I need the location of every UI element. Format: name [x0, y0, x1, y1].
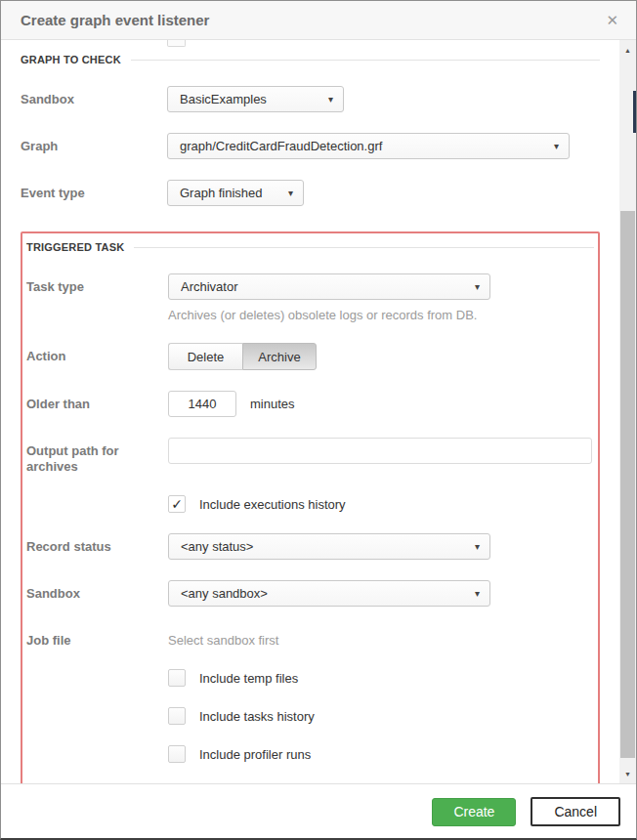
dialog-body: GRAPH TO CHECK Sandbox BasicExamples ▾ G…: [1, 40, 636, 783]
scroll-down-icon[interactable]: ▼: [619, 766, 636, 781]
sandbox-select-value: BasicExamples: [180, 92, 320, 106]
dialog-footer: Create Cancel: [1, 783, 636, 839]
event-type-select-value: Graph finished: [180, 186, 280, 200]
checkbox-row: ✓ Include profiler runs: [168, 745, 311, 763]
include-temp-files-checkbox[interactable]: ✓: [168, 669, 186, 687]
graph-label: Graph: [21, 133, 167, 154]
record-status-select-value: <any status>: [181, 539, 467, 554]
include-profiler-runs-label: Include profiler runs: [199, 747, 311, 762]
checkbox-row: ✓ Include temp files: [168, 669, 298, 687]
section-rule: [131, 60, 600, 61]
include-tasks-history-checkbox[interactable]: ✓: [168, 707, 186, 725]
section-triggered-task: TRIGGERED TASK: [26, 241, 594, 253]
field-row-include-profiler-runs: ✓ Include profiler runs: [26, 745, 594, 763]
event-type-select[interactable]: Graph finished ▾: [167, 180, 304, 206]
field-row-record-status: Record status <any status> ▾: [26, 533, 594, 560]
cancel-button[interactable]: Cancel: [531, 797, 620, 826]
older-than-suffix: minutes: [236, 391, 295, 411]
field-row-job-file: Job file Select sandbox first: [26, 627, 594, 649]
field-row-graph: Graph graph/CreditCardFraudDetection.grf…: [21, 133, 600, 159]
scroll-up-icon[interactable]: ▲: [619, 42, 636, 58]
older-than-input[interactable]: [168, 391, 236, 417]
action-segmented-control: Delete Archive: [168, 343, 317, 370]
include-executions-label: Include executions history: [199, 497, 346, 512]
record-status-select[interactable]: <any status> ▾: [168, 533, 490, 560]
task-type-label: Task type: [26, 273, 168, 295]
sandbox-label: Sandbox: [21, 86, 167, 107]
action-label: Action: [26, 343, 168, 364]
dialog-content: GRAPH TO CHECK Sandbox BasicExamples ▾ G…: [1, 40, 619, 783]
output-path-label: Output path for archives: [26, 438, 168, 475]
task-type-select[interactable]: Archivator ▾: [168, 273, 490, 300]
field-row-include-temp-files: ✓ Include temp files: [26, 669, 594, 687]
checkbox-row: ✓ Include tasks history: [168, 707, 315, 725]
output-path-input[interactable]: [168, 438, 592, 464]
task-sandbox-label: Sandbox: [26, 580, 168, 602]
dialog-titlebar: Create graph event listener ✕: [1, 1, 636, 40]
task-type-hint: Archives (or deletes) obsolete logs or r…: [168, 308, 594, 322]
include-executions-checkbox-row: ✓ Include executions history: [168, 495, 346, 513]
field-row-action: Action Delete Archive: [26, 343, 594, 370]
section-graph-to-check: GRAPH TO CHECK: [21, 54, 600, 65]
field-row-task-sandbox: Sandbox <any sandbox> ▾: [26, 580, 594, 607]
include-tasks-history-label: Include tasks history: [199, 709, 315, 724]
include-temp-files-label: Include temp files: [199, 671, 298, 686]
field-row-include-executions: ✓ Include executions history: [26, 495, 594, 513]
create-button[interactable]: Create: [432, 798, 516, 826]
create-graph-event-listener-dialog: Create graph event listener ✕ GRAPH TO C…: [0, 0, 637, 840]
job-file-label: Job file: [26, 627, 168, 649]
chevron-down-icon: ▾: [475, 281, 480, 292]
close-icon[interactable]: ✕: [606, 13, 618, 27]
background-page-artifact: [633, 91, 636, 133]
dialog-title: Create graph event listener: [21, 12, 606, 28]
job-file-placeholder: Select sandbox first: [168, 627, 278, 648]
section-heading: TRIGGERED TASK: [26, 241, 124, 253]
action-delete-button[interactable]: Delete: [168, 343, 242, 370]
field-row-include-tasks-history: ✓ Include tasks history: [26, 707, 594, 725]
include-executions-checkbox[interactable]: ✓: [168, 495, 186, 513]
chevron-down-icon: ▾: [554, 141, 559, 151]
sandbox-select[interactable]: BasicExamples ▾: [167, 86, 344, 112]
chevron-down-icon: ▾: [475, 541, 480, 552]
task-sandbox-select-value: <any sandbox>: [181, 586, 467, 601]
event-type-label: Event type: [21, 180, 167, 201]
section-heading: GRAPH TO CHECK: [21, 54, 121, 65]
field-row-sandbox: Sandbox BasicExamples ▾: [21, 86, 600, 112]
record-status-label: Record status: [26, 533, 168, 555]
clipped-checkbox[interactable]: [167, 40, 186, 47]
graph-select[interactable]: graph/CreditCardFraudDetection.grf ▾: [167, 133, 570, 159]
vertical-scrollbar[interactable]: ▲ ▼: [619, 40, 636, 783]
action-archive-button[interactable]: Archive: [242, 343, 317, 370]
include-profiler-runs-checkbox[interactable]: ✓: [168, 745, 186, 763]
graph-select-value: graph/CreditCardFraudDetection.grf: [180, 139, 546, 153]
section-rule: [134, 247, 594, 248]
task-type-select-value: Archivator: [181, 279, 467, 294]
chevron-down-icon: ▾: [475, 588, 480, 599]
field-row-event-type: Event type Graph finished ▾: [21, 180, 600, 206]
chevron-down-icon: ▾: [288, 188, 293, 198]
field-row-task-type: Task type Archivator ▾: [26, 273, 594, 300]
check-icon: ✓: [171, 497, 183, 511]
chevron-down-icon: ▾: [328, 94, 333, 105]
scrollbar-thumb[interactable]: [620, 211, 635, 758]
older-than-label: Older than: [26, 391, 168, 412]
field-row-older-than: Older than minutes: [26, 391, 594, 417]
triggered-task-highlight-box: TRIGGERED TASK Task type Archivator ▾ Ar…: [21, 231, 600, 783]
task-sandbox-select[interactable]: <any sandbox> ▾: [168, 580, 490, 607]
field-row-output-path: Output path for archives: [26, 438, 594, 475]
